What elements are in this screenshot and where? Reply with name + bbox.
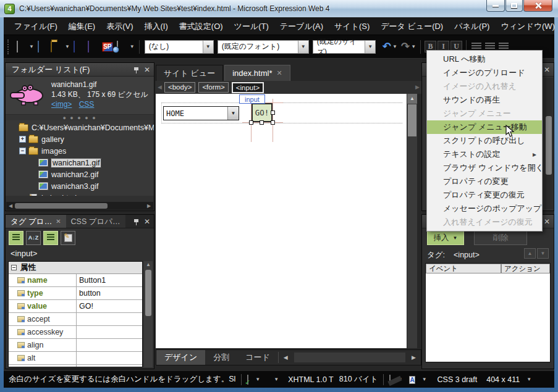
dimensions-dropdown-icon[interactable]: ▼ bbox=[526, 377, 531, 382]
pin-icon[interactable] bbox=[133, 219, 139, 225]
panel-close-icon[interactable]: ✕ bbox=[144, 218, 150, 225]
panel-close-icon[interactable]: ✕ bbox=[144, 66, 150, 73]
tag-properties-vscrollbar[interactable]: ▲ bbox=[144, 261, 153, 367]
close-button[interactable] bbox=[523, 0, 552, 12]
attribute-row[interactable]: name Button1 bbox=[9, 274, 142, 287]
font-select[interactable]: (既定のフォント) bbox=[218, 40, 309, 54]
column-event[interactable]: イベント bbox=[426, 264, 501, 273]
toolbar-grip[interactable] bbox=[7, 40, 11, 54]
resize-handle-bottom-right[interactable] bbox=[271, 120, 275, 125]
vscroll-thumb[interactable] bbox=[546, 116, 552, 175]
menu-bar-item[interactable]: 表示(V) bbox=[101, 17, 138, 35]
crumb-scroll-left-icon[interactable]: ◀ bbox=[158, 84, 162, 90]
style-select-caret-icon[interactable] bbox=[203, 41, 213, 53]
attribute-value[interactable] bbox=[77, 313, 142, 325]
attribute-value[interactable] bbox=[77, 326, 142, 338]
title-bar[interactable]: 4 C:¥Users¥wanichan¥Documents¥My Web Sit… bbox=[0, 0, 558, 17]
scroll-right-icon[interactable]: ▶ bbox=[145, 202, 153, 209]
size-select[interactable]: (既定のサイズ) bbox=[313, 40, 376, 54]
markup-compatibility-icon[interactable] bbox=[247, 375, 248, 385]
new-document-icon[interactable] bbox=[17, 41, 18, 52]
attribute-row[interactable]: alt bbox=[9, 352, 142, 365]
home-select[interactable]: HOME bbox=[163, 106, 239, 120]
preview-splitter[interactable]: ● ● ● ● ● bbox=[6, 115, 154, 120]
insert-behavior-button[interactable]: 挿入 bbox=[427, 231, 464, 245]
design-hscrollbar[interactable] bbox=[294, 352, 405, 362]
attributes-section-header[interactable]: 属性 bbox=[9, 262, 142, 274]
view-tab[interactable]: デザイン bbox=[156, 350, 205, 365]
menu-bar-item[interactable]: ウィンドウ(W) bbox=[495, 17, 558, 35]
maximize-button[interactable] bbox=[505, 0, 523, 12]
context-menu-item[interactable]: プロパティ変更の復元 bbox=[427, 188, 542, 202]
delete-behavior-button[interactable]: 削除 bbox=[474, 231, 527, 245]
scroll-left-icon[interactable]: ◀ bbox=[7, 202, 14, 209]
redo-dropdown-icon[interactable]: ▼ bbox=[411, 44, 416, 49]
code-dropdown-icon[interactable]: ▼ bbox=[274, 377, 279, 382]
menu-bar-item[interactable]: 書式設定(O) bbox=[174, 17, 229, 35]
menu-bar-item[interactable]: パネル(P) bbox=[449, 17, 495, 35]
open-folder-icon[interactable] bbox=[51, 41, 52, 52]
style-select[interactable]: (なし) bbox=[145, 40, 214, 54]
context-menu-item[interactable]: イメージの入れ替え bbox=[427, 80, 542, 93]
size-select-caret-icon[interactable] bbox=[365, 41, 374, 53]
context-menu-item[interactable]: ブラウザ ウィンドウを開く bbox=[427, 161, 542, 175]
menu-bar-item[interactable]: データ ビュー(D) bbox=[375, 17, 449, 35]
preview-dropdown-icon[interactable]: ▼ bbox=[130, 44, 135, 49]
menu-bar-item[interactable]: テーブル(A) bbox=[274, 17, 329, 35]
resize-handle-right[interactable] bbox=[271, 111, 275, 115]
tab-close-icon[interactable]: ✕ bbox=[56, 218, 61, 225]
preview-in-browser-icon[interactable] bbox=[117, 41, 118, 52]
toolbox-vscrollbar[interactable] bbox=[544, 78, 553, 209]
style-application-icon[interactable]: A bbox=[409, 376, 415, 384]
view-tab[interactable]: コード bbox=[237, 350, 278, 365]
expander-icon[interactable]: + bbox=[19, 136, 26, 143]
expander-icon[interactable] bbox=[29, 183, 36, 190]
edit-tag-button[interactable] bbox=[61, 231, 75, 245]
attribute-value[interactable] bbox=[77, 365, 142, 367]
context-menu-item[interactable]: URL へ移動 bbox=[427, 52, 542, 66]
expander-icon[interactable] bbox=[29, 171, 36, 178]
open-dropdown-icon[interactable]: ▼ bbox=[65, 44, 70, 49]
superpreview-icon[interactable]: SP bbox=[102, 42, 113, 52]
save-all-icon[interactable] bbox=[88, 41, 89, 52]
tag-breadcrumb[interactable]: <body> bbox=[164, 82, 195, 93]
view-tab[interactable]: 分割 bbox=[205, 350, 237, 365]
sort-alphabetical-button[interactable]: A↓Z bbox=[26, 231, 41, 245]
move-down-icon[interactable]: ▼ bbox=[537, 248, 549, 259]
attribute-value[interactable]: GO! bbox=[77, 300, 142, 312]
context-menu-item[interactable]: サウンドの再生 bbox=[427, 93, 542, 107]
pin-icon[interactable] bbox=[133, 67, 139, 73]
minimize-button[interactable] bbox=[486, 0, 505, 12]
editor-tab[interactable]: index.html* ✕ bbox=[224, 65, 290, 81]
attribute-value[interactable]: Button1 bbox=[77, 274, 142, 286]
tree-item[interactable]: wanichan1.gif bbox=[6, 157, 154, 169]
save-icon[interactable] bbox=[74, 41, 75, 52]
hscroll-right-icon[interactable]: ▶ bbox=[407, 354, 421, 361]
img-tag-link[interactable]: <img> bbox=[51, 100, 72, 109]
column-action[interactable]: アクション bbox=[501, 264, 550, 273]
attribute-row[interactable]: value GO! bbox=[9, 300, 142, 313]
css-link[interactable]: CSS bbox=[79, 100, 95, 109]
tree-item[interactable]: − images bbox=[6, 145, 154, 157]
attribute-row[interactable]: accept bbox=[9, 313, 142, 326]
menu-bar-item[interactable]: ファイル(F) bbox=[9, 17, 63, 35]
crumb-scroll-right-icon[interactable]: ▶ bbox=[415, 84, 420, 90]
go-button[interactable]: GO! bbox=[252, 103, 273, 122]
menu-bar-item[interactable]: ツール(T) bbox=[229, 17, 274, 35]
expander-icon[interactable] bbox=[9, 124, 16, 131]
editor-tab[interactable]: サイト ビュー ✕ bbox=[156, 65, 223, 81]
font-select-caret-icon[interactable] bbox=[298, 41, 308, 53]
page-dimensions-indicator[interactable]: 404 x 411 bbox=[486, 375, 520, 384]
hscroll-thumb[interactable] bbox=[15, 203, 108, 209]
tree-item[interactable]: wanichan2.gif bbox=[6, 169, 154, 180]
tree-item[interactable]: + gallery bbox=[6, 133, 154, 145]
context-menu-item[interactable]: スクリプトの呼び出し bbox=[427, 134, 542, 148]
tab-close-icon[interactable]: ✕ bbox=[276, 69, 282, 77]
expander-icon[interactable] bbox=[19, 194, 26, 196]
menu-bar-item[interactable]: 挿入(I) bbox=[139, 17, 174, 35]
context-menu-item[interactable]: ジャンプ メニュー移動 bbox=[427, 120, 542, 134]
design-vscrollbar[interactable]: ▲ bbox=[407, 94, 417, 348]
vscroll-thumb[interactable] bbox=[145, 270, 151, 316]
attribute-value[interactable] bbox=[77, 352, 142, 364]
expander-icon[interactable] bbox=[29, 159, 36, 166]
